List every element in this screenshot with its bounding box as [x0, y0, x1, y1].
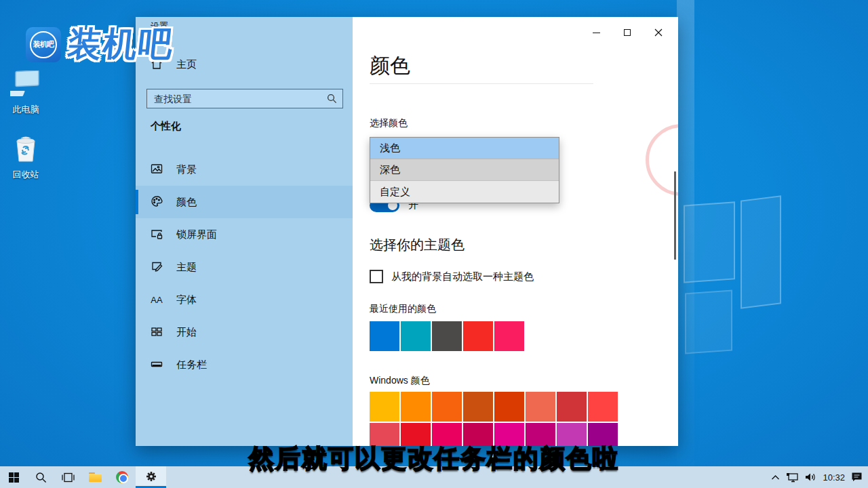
brand-watermark: 装机吧 装机吧	[26, 22, 174, 67]
sidebar-item-start[interactable]: 开始	[136, 316, 353, 348]
desktop: 装机吧 装机吧 此电脑 回收站 设置	[0, 0, 868, 488]
background-image-icon	[151, 163, 163, 177]
minimize-button[interactable]	[580, 22, 612, 43]
brand-watermark-text: 装机吧	[65, 22, 176, 67]
auto-pick-checkbox-label: 从我的背景自动选取一种主题色	[391, 270, 534, 283]
windows-color-swatch[interactable]	[432, 392, 462, 422]
desktop-icon-this-pc[interactable]: 此电脑	[1, 70, 50, 116]
lock-screen-icon	[151, 228, 163, 242]
windows-color-swatch[interactable]	[557, 392, 587, 422]
desktop-window-pane-decor	[684, 201, 735, 283]
search-input[interactable]	[147, 94, 327, 104]
sidebar-item-lock-screen[interactable]: 锁屏界面	[136, 218, 353, 251]
sidebar-section-label: 个性化	[151, 120, 181, 133]
windows-colors-row	[370, 392, 618, 422]
maximize-icon	[624, 29, 631, 36]
this-pc-icon	[10, 70, 41, 100]
window-controls	[580, 22, 674, 43]
close-icon	[654, 28, 663, 37]
recent-color-swatch[interactable]	[401, 321, 431, 351]
close-button[interactable]	[643, 22, 674, 43]
sidebar-item-background[interactable]: 背景	[136, 153, 353, 186]
taskbar-icon	[151, 358, 163, 372]
sidebar-item-fonts[interactable]: AA 字体	[136, 283, 353, 316]
sidebar-item-label: 背景	[176, 163, 197, 176]
dropdown-option-dark[interactable]: 深色	[370, 159, 559, 181]
sidebar-item-label: 主题	[176, 261, 197, 274]
video-subtitle: 然后就可以更改任务栏的颜色啦	[0, 442, 868, 476]
recent-color-swatch[interactable]	[370, 321, 399, 351]
sidebar-item-label: 颜色	[176, 196, 197, 209]
sidebar-item-label: 任务栏	[176, 359, 207, 371]
theme-color-heading: 选择你的主题色	[370, 236, 465, 254]
colors-settings-pane: 颜色 选择颜色 浅色 深色 自定义 开 选择你的主题色 从我的背景自动选取一种主…	[353, 17, 678, 446]
sidebar-item-label: 开始	[176, 326, 197, 339]
windows-color-swatch[interactable]	[494, 392, 524, 422]
sidebar-nav: 背景 颜色	[136, 153, 353, 381]
dropdown-option-light[interactable]: 浅色	[370, 138, 559, 159]
windows-color-swatch[interactable]	[463, 392, 493, 422]
recent-colors-row	[370, 321, 524, 351]
theme-brush-icon	[151, 260, 163, 274]
dropdown-option-custom[interactable]: 自定义	[370, 181, 559, 203]
auto-pick-checkbox[interactable]	[370, 270, 383, 283]
click-indicator-ring	[646, 124, 678, 196]
sidebar-home-label: 主页	[176, 58, 197, 71]
settings-search-box[interactable]	[146, 89, 343, 108]
sidebar-item-colors[interactable]: 颜色	[136, 186, 353, 218]
recent-color-swatch[interactable]	[494, 321, 524, 351]
sidebar-item-themes[interactable]: 主题	[136, 251, 353, 283]
recent-colors-label: 最近使用的颜色	[370, 303, 436, 315]
maximize-button[interactable]	[612, 22, 643, 43]
windows-color-swatch[interactable]	[526, 392, 555, 422]
choose-color-dropdown: 浅色 深色 自定义	[370, 137, 559, 203]
window-scrollbar[interactable]	[674, 171, 676, 260]
desktop-window-pane-decor	[685, 290, 732, 354]
page-title: 颜色	[370, 52, 410, 80]
fonts-icon: AA	[151, 295, 163, 305]
desktop-icon-recycle-bin[interactable]: 回收站	[1, 136, 50, 181]
title-divider	[370, 83, 593, 84]
search-icon[interactable]	[327, 94, 337, 104]
palette-icon	[151, 195, 163, 209]
start-tiles-icon	[151, 325, 163, 340]
recent-color-swatch[interactable]	[463, 321, 493, 351]
settings-window: 设置 主页 个性化	[136, 17, 678, 446]
sidebar-item-label: 字体	[176, 293, 197, 306]
recent-color-swatch[interactable]	[432, 321, 462, 351]
sidebar-item-taskbar[interactable]: 任务栏	[136, 348, 353, 381]
windows-colors-label: Windows 颜色	[370, 375, 430, 387]
minimize-icon	[593, 33, 600, 33]
desktop-icon-label: 回收站	[13, 169, 39, 181]
desktop-icon-label: 此电脑	[13, 104, 39, 116]
sidebar-item-label: 锁屏界面	[176, 228, 217, 241]
desktop-window-pane-decor	[741, 195, 781, 308]
windows-color-swatch[interactable]	[370, 392, 399, 422]
windows-color-swatch[interactable]	[401, 392, 431, 422]
auto-pick-color-row: 从我的背景自动选取一种主题色	[370, 270, 534, 283]
brand-logo-text: 装机吧	[30, 31, 57, 58]
settings-sidebar: 设置 主页 个性化	[136, 17, 353, 446]
choose-color-label: 选择颜色	[370, 117, 408, 129]
brand-logo-icon: 装机吧	[26, 27, 61, 62]
windows-color-swatch[interactable]	[588, 392, 618, 422]
recycle-bin-icon	[14, 136, 38, 165]
